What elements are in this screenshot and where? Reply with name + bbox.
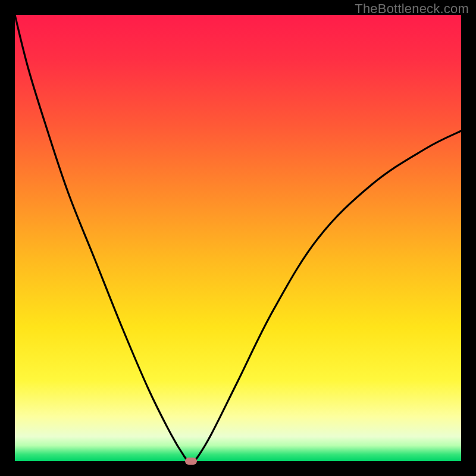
watermark-text: TheBottleneck.com — [355, 1, 469, 17]
bottleneck-curve — [15, 15, 461, 461]
chart-frame — [15, 15, 461, 461]
optimal-marker — [185, 458, 197, 465]
